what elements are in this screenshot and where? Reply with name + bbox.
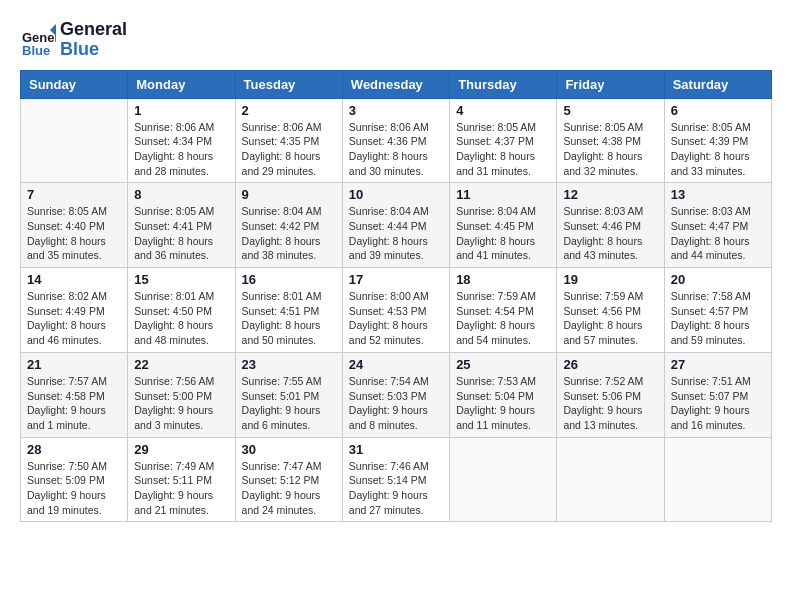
calendar-cell: 10Sunrise: 8:04 AM Sunset: 4:44 PM Dayli… bbox=[342, 183, 449, 268]
day-info: Sunrise: 7:52 AM Sunset: 5:06 PM Dayligh… bbox=[563, 374, 657, 433]
day-info: Sunrise: 7:46 AM Sunset: 5:14 PM Dayligh… bbox=[349, 459, 443, 518]
weekday-header-wednesday: Wednesday bbox=[342, 70, 449, 98]
calendar-cell: 15Sunrise: 8:01 AM Sunset: 4:50 PM Dayli… bbox=[128, 268, 235, 353]
day-number: 21 bbox=[27, 357, 121, 372]
day-number: 8 bbox=[134, 187, 228, 202]
day-info: Sunrise: 8:01 AM Sunset: 4:51 PM Dayligh… bbox=[242, 289, 336, 348]
calendar-cell: 27Sunrise: 7:51 AM Sunset: 5:07 PM Dayli… bbox=[664, 352, 771, 437]
calendar-cell: 11Sunrise: 8:04 AM Sunset: 4:45 PM Dayli… bbox=[450, 183, 557, 268]
calendar-cell: 3Sunrise: 8:06 AM Sunset: 4:36 PM Daylig… bbox=[342, 98, 449, 183]
day-info: Sunrise: 7:53 AM Sunset: 5:04 PM Dayligh… bbox=[456, 374, 550, 433]
day-info: Sunrise: 8:05 AM Sunset: 4:41 PM Dayligh… bbox=[134, 204, 228, 263]
day-info: Sunrise: 7:51 AM Sunset: 5:07 PM Dayligh… bbox=[671, 374, 765, 433]
day-number: 17 bbox=[349, 272, 443, 287]
calendar-cell: 16Sunrise: 8:01 AM Sunset: 4:51 PM Dayli… bbox=[235, 268, 342, 353]
svg-text:Blue: Blue bbox=[22, 43, 50, 58]
weekday-header-saturday: Saturday bbox=[664, 70, 771, 98]
calendar-week-row: 1Sunrise: 8:06 AM Sunset: 4:34 PM Daylig… bbox=[21, 98, 772, 183]
day-number: 16 bbox=[242, 272, 336, 287]
day-number: 12 bbox=[563, 187, 657, 202]
calendar-cell: 19Sunrise: 7:59 AM Sunset: 4:56 PM Dayli… bbox=[557, 268, 664, 353]
day-number: 15 bbox=[134, 272, 228, 287]
calendar-cell: 29Sunrise: 7:49 AM Sunset: 5:11 PM Dayli… bbox=[128, 437, 235, 522]
weekday-header-tuesday: Tuesday bbox=[235, 70, 342, 98]
day-info: Sunrise: 7:49 AM Sunset: 5:11 PM Dayligh… bbox=[134, 459, 228, 518]
day-info: Sunrise: 8:04 AM Sunset: 4:44 PM Dayligh… bbox=[349, 204, 443, 263]
day-info: Sunrise: 8:05 AM Sunset: 4:38 PM Dayligh… bbox=[563, 120, 657, 179]
day-info: Sunrise: 7:54 AM Sunset: 5:03 PM Dayligh… bbox=[349, 374, 443, 433]
day-number: 11 bbox=[456, 187, 550, 202]
day-number: 14 bbox=[27, 272, 121, 287]
logo: General Blue General Blue bbox=[20, 20, 127, 60]
weekday-header-friday: Friday bbox=[557, 70, 664, 98]
day-info: Sunrise: 8:00 AM Sunset: 4:53 PM Dayligh… bbox=[349, 289, 443, 348]
day-info: Sunrise: 7:56 AM Sunset: 5:00 PM Dayligh… bbox=[134, 374, 228, 433]
calendar-cell: 7Sunrise: 8:05 AM Sunset: 4:40 PM Daylig… bbox=[21, 183, 128, 268]
day-info: Sunrise: 8:04 AM Sunset: 4:45 PM Dayligh… bbox=[456, 204, 550, 263]
calendar-week-row: 21Sunrise: 7:57 AM Sunset: 4:58 PM Dayli… bbox=[21, 352, 772, 437]
day-number: 10 bbox=[349, 187, 443, 202]
day-number: 13 bbox=[671, 187, 765, 202]
day-info: Sunrise: 7:57 AM Sunset: 4:58 PM Dayligh… bbox=[27, 374, 121, 433]
day-info: Sunrise: 7:55 AM Sunset: 5:01 PM Dayligh… bbox=[242, 374, 336, 433]
calendar-cell: 9Sunrise: 8:04 AM Sunset: 4:42 PM Daylig… bbox=[235, 183, 342, 268]
day-info: Sunrise: 8:02 AM Sunset: 4:49 PM Dayligh… bbox=[27, 289, 121, 348]
day-info: Sunrise: 7:50 AM Sunset: 5:09 PM Dayligh… bbox=[27, 459, 121, 518]
day-info: Sunrise: 8:06 AM Sunset: 4:36 PM Dayligh… bbox=[349, 120, 443, 179]
calendar-cell: 21Sunrise: 7:57 AM Sunset: 4:58 PM Dayli… bbox=[21, 352, 128, 437]
day-number: 27 bbox=[671, 357, 765, 372]
logo-line2: Blue bbox=[60, 40, 127, 60]
calendar-cell: 13Sunrise: 8:03 AM Sunset: 4:47 PM Dayli… bbox=[664, 183, 771, 268]
day-number: 22 bbox=[134, 357, 228, 372]
day-number: 18 bbox=[456, 272, 550, 287]
day-info: Sunrise: 8:03 AM Sunset: 4:47 PM Dayligh… bbox=[671, 204, 765, 263]
calendar-cell: 20Sunrise: 7:58 AM Sunset: 4:57 PM Dayli… bbox=[664, 268, 771, 353]
day-number: 24 bbox=[349, 357, 443, 372]
logo-line1: General bbox=[60, 20, 127, 40]
day-number: 2 bbox=[242, 103, 336, 118]
calendar-cell: 6Sunrise: 8:05 AM Sunset: 4:39 PM Daylig… bbox=[664, 98, 771, 183]
weekday-header-sunday: Sunday bbox=[21, 70, 128, 98]
day-number: 29 bbox=[134, 442, 228, 457]
day-info: Sunrise: 8:05 AM Sunset: 4:39 PM Dayligh… bbox=[671, 120, 765, 179]
day-info: Sunrise: 8:05 AM Sunset: 4:40 PM Dayligh… bbox=[27, 204, 121, 263]
calendar-cell bbox=[450, 437, 557, 522]
day-info: Sunrise: 7:59 AM Sunset: 4:54 PM Dayligh… bbox=[456, 289, 550, 348]
day-number: 9 bbox=[242, 187, 336, 202]
day-number: 31 bbox=[349, 442, 443, 457]
calendar-cell bbox=[557, 437, 664, 522]
day-info: Sunrise: 7:59 AM Sunset: 4:56 PM Dayligh… bbox=[563, 289, 657, 348]
calendar-table: SundayMondayTuesdayWednesdayThursdayFrid… bbox=[20, 70, 772, 523]
logo-icon: General Blue bbox=[20, 22, 56, 58]
day-number: 5 bbox=[563, 103, 657, 118]
calendar-cell: 26Sunrise: 7:52 AM Sunset: 5:06 PM Dayli… bbox=[557, 352, 664, 437]
day-info: Sunrise: 7:58 AM Sunset: 4:57 PM Dayligh… bbox=[671, 289, 765, 348]
day-number: 28 bbox=[27, 442, 121, 457]
day-number: 25 bbox=[456, 357, 550, 372]
day-number: 7 bbox=[27, 187, 121, 202]
calendar-week-row: 14Sunrise: 8:02 AM Sunset: 4:49 PM Dayli… bbox=[21, 268, 772, 353]
calendar-cell: 14Sunrise: 8:02 AM Sunset: 4:49 PM Dayli… bbox=[21, 268, 128, 353]
calendar-cell: 12Sunrise: 8:03 AM Sunset: 4:46 PM Dayli… bbox=[557, 183, 664, 268]
calendar-cell: 5Sunrise: 8:05 AM Sunset: 4:38 PM Daylig… bbox=[557, 98, 664, 183]
calendar-cell: 18Sunrise: 7:59 AM Sunset: 4:54 PM Dayli… bbox=[450, 268, 557, 353]
day-info: Sunrise: 8:03 AM Sunset: 4:46 PM Dayligh… bbox=[563, 204, 657, 263]
day-number: 30 bbox=[242, 442, 336, 457]
calendar-cell: 22Sunrise: 7:56 AM Sunset: 5:00 PM Dayli… bbox=[128, 352, 235, 437]
day-number: 1 bbox=[134, 103, 228, 118]
calendar-cell: 25Sunrise: 7:53 AM Sunset: 5:04 PM Dayli… bbox=[450, 352, 557, 437]
day-number: 19 bbox=[563, 272, 657, 287]
page-header: General Blue General Blue bbox=[20, 20, 772, 60]
weekday-header-monday: Monday bbox=[128, 70, 235, 98]
day-number: 3 bbox=[349, 103, 443, 118]
day-info: Sunrise: 8:01 AM Sunset: 4:50 PM Dayligh… bbox=[134, 289, 228, 348]
day-number: 6 bbox=[671, 103, 765, 118]
day-info: Sunrise: 8:05 AM Sunset: 4:37 PM Dayligh… bbox=[456, 120, 550, 179]
calendar-header-row: SundayMondayTuesdayWednesdayThursdayFrid… bbox=[21, 70, 772, 98]
day-number: 20 bbox=[671, 272, 765, 287]
day-number: 23 bbox=[242, 357, 336, 372]
day-info: Sunrise: 8:06 AM Sunset: 4:35 PM Dayligh… bbox=[242, 120, 336, 179]
calendar-cell: 28Sunrise: 7:50 AM Sunset: 5:09 PM Dayli… bbox=[21, 437, 128, 522]
day-info: Sunrise: 8:04 AM Sunset: 4:42 PM Dayligh… bbox=[242, 204, 336, 263]
weekday-header-thursday: Thursday bbox=[450, 70, 557, 98]
